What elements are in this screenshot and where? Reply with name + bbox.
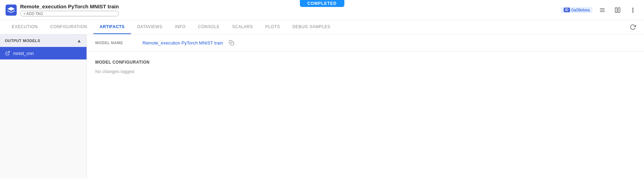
tabs-right: [627, 22, 638, 33]
refresh-button[interactable]: [627, 22, 638, 33]
tab-configuration[interactable]: CONFIGURATION: [44, 20, 93, 34]
model-config-title: MODEL CONFIGURATION: [95, 60, 636, 65]
sidebar-section-header[interactable]: OUTPUT MODELS ▲: [0, 34, 87, 47]
sidebar-item-label: mnist_cnn: [13, 51, 34, 56]
sidebar-section-label: OUTPUT MODELS: [5, 39, 40, 43]
header-left: Remote_execution PyTorch MNIST train + A…: [6, 3, 119, 16]
model-name-row: MODEL NAME Remote_execution PyTorch MNIS…: [87, 34, 644, 51]
svg-point-8: [633, 11, 633, 12]
id-value: 0a08ebea: [571, 8, 590, 13]
tab-info[interactable]: INFO: [169, 20, 192, 34]
tab-dataviews[interactable]: DATAVIEWS: [131, 20, 169, 34]
tab-execution[interactable]: EXECUTION: [6, 20, 44, 34]
external-link-icon: [5, 50, 10, 56]
tab-plots[interactable]: PLOTS: [259, 20, 286, 34]
menu-button[interactable]: [627, 5, 638, 16]
tab-console[interactable]: CONSOLE: [192, 20, 226, 34]
svg-rect-4: [615, 8, 617, 13]
content-area: MODEL NAME Remote_execution PyTorch MNIS…: [87, 34, 644, 179]
svg-point-6: [633, 8, 633, 8]
add-tag-button[interactable]: + ADD TAG: [20, 11, 119, 16]
tab-debug-samples[interactable]: DEBUG SAMPLES: [286, 20, 336, 34]
tabs-bar: EXECUTION CONFIGURATION ARTIFACTS DATAVI…: [0, 20, 644, 34]
sidebar-item-mnist-cnn[interactable]: mnist_cnn: [0, 47, 87, 59]
sidebar: OUTPUT MODELS ▲ mnist_cnn: [0, 34, 87, 179]
chevron-up-icon: ▲: [77, 38, 82, 43]
page-title: Remote_execution PyTorch MNIST train: [20, 3, 119, 9]
header-right: ID 0a08ebea: [561, 5, 638, 16]
model-config-empty-text: No changes logged: [95, 69, 636, 74]
list-view-button[interactable]: [597, 5, 608, 16]
split-view-button[interactable]: [612, 5, 623, 16]
header-title-group: Remote_execution PyTorch MNIST train + A…: [20, 3, 119, 16]
copy-icon[interactable]: [229, 40, 234, 46]
svg-line-9: [7, 51, 9, 54]
id-label: ID: [564, 8, 570, 12]
svg-rect-5: [618, 8, 620, 13]
tab-artifacts[interactable]: ARTIFACTS: [93, 20, 131, 34]
model-config-section: MODEL CONFIGURATION No changes logged: [87, 51, 644, 82]
svg-point-7: [633, 9, 633, 10]
main-layout: OUTPUT MODELS ▲ mnist_cnn MODEL NAME Rem…: [0, 34, 644, 179]
logo-icon: [6, 5, 17, 16]
model-name-column-label: MODEL NAME: [95, 41, 137, 45]
completed-banner: COMPLETED: [300, 0, 344, 7]
tab-scalars[interactable]: SCALARS: [226, 20, 259, 34]
id-badge: ID 0a08ebea: [561, 7, 593, 13]
model-name-value[interactable]: Remote_execution PyTorch MNIST train: [142, 40, 223, 46]
svg-rect-10: [231, 42, 234, 45]
